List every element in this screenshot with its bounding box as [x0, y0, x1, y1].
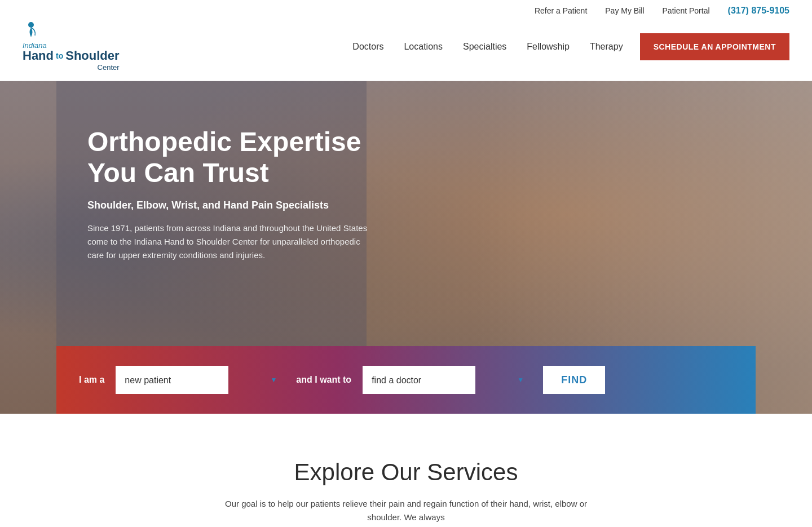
- refer-patient-link[interactable]: Refer a Patient: [535, 6, 587, 15]
- svg-point-0: [28, 22, 34, 28]
- top-bar: Refer a Patient Pay My Bill Patient Port…: [0, 0, 812, 21]
- logo-shoulder: Shoulder: [65, 50, 119, 62]
- logo-to: to: [55, 51, 64, 60]
- hero-content: Orthopedic Expertise You Can Trust Shoul…: [0, 81, 372, 262]
- nav-fellowship[interactable]: Fellowship: [527, 42, 570, 52]
- logo-hand: Hand: [23, 50, 54, 62]
- nav-doctors[interactable]: Doctors: [352, 42, 383, 52]
- logo[interactable]: Indiana Hand to Shoulder Center: [23, 21, 120, 72]
- main-nav: Indiana Hand to Shoulder Center Doctors …: [0, 21, 812, 81]
- schedule-appointment-button[interactable]: SCHEDULE AN APPOINTMENT: [640, 33, 789, 60]
- nav-therapy[interactable]: Therapy: [590, 42, 623, 52]
- search-bar: I am a new patient returning patient ref…: [56, 346, 756, 414]
- action-type-wrapper: find a doctor find a location learn abou…: [363, 366, 532, 394]
- nav-links: Doctors Locations Specialties Fellowship…: [352, 42, 623, 52]
- hero-section: Orthopedic Expertise You Can Trust Shoul…: [0, 81, 812, 414]
- nav-specialties[interactable]: Specialties: [463, 42, 506, 52]
- patient-type-wrapper: new patient returning patient referring …: [116, 366, 285, 394]
- patient-type-select[interactable]: new patient returning patient referring …: [116, 366, 228, 394]
- logo-center: Center: [23, 63, 120, 72]
- services-section: Explore Our Services Our goal is to help…: [0, 414, 812, 527]
- hero-title: Orthopedic Expertise You Can Trust: [87, 126, 372, 188]
- logo-icon: [23, 21, 39, 41]
- action-type-select[interactable]: find a doctor find a location learn abou…: [363, 366, 475, 394]
- search-label-1: I am a: [79, 375, 104, 385]
- search-label-2: and I want to: [296, 375, 351, 385]
- hero-subtitle: Shoulder, Elbow, Wrist, and Hand Pain Sp…: [87, 200, 372, 211]
- find-button[interactable]: FIND: [543, 366, 605, 394]
- nav-locations[interactable]: Locations: [404, 42, 443, 52]
- pay-bill-link[interactable]: Pay My Bill: [605, 6, 644, 15]
- hero-description: Since 1971, patients from across Indiana…: [87, 222, 372, 262]
- patient-portal-link[interactable]: Patient Portal: [663, 6, 710, 15]
- services-description: Our goal is to help our patients relieve…: [209, 497, 603, 524]
- phone-number-link[interactable]: (317) 875-9105: [728, 6, 789, 16]
- services-title: Explore Our Services: [23, 459, 789, 486]
